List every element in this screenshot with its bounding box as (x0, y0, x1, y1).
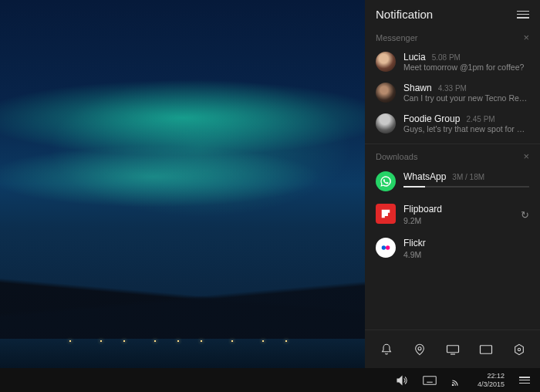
svg-marker-6 (515, 344, 523, 354)
message-time: 4.33 PM (438, 84, 467, 93)
panel-title: Notification (376, 8, 433, 21)
whatsapp-icon (376, 171, 396, 191)
message-body: Lucia 5.08 PM Meet tomorrow @1pm for cof… (403, 52, 524, 72)
location-icon[interactable] (411, 341, 428, 358)
message-preview: Can I try out your new Tecno Remix tab..… (403, 93, 529, 103)
download-name: Flipboard (403, 204, 513, 215)
progress-bar (403, 186, 529, 188)
download-body: Flipboard 9.2M (403, 204, 513, 225)
message-item[interactable]: Foodie Group 2.45 PM Guys, let's try tha… (365, 108, 540, 139)
download-size: 4.9M (403, 250, 529, 259)
message-time: 5.08 PM (432, 53, 461, 62)
panel-header: Notification (365, 0, 540, 27)
desktop-wallpaper[interactable] (0, 0, 365, 368)
download-progress-text: 3M / 18M (452, 173, 484, 181)
progress-fill (403, 186, 425, 188)
section-header-downloads: Downloads × (365, 146, 540, 165)
message-preview: Guys, let's try that new spot for dinner… (403, 124, 529, 133)
svg-point-2 (418, 346, 421, 350)
close-icon[interactable]: × (523, 150, 529, 162)
wallpaper-mountains (0, 223, 365, 346)
keyboard-icon[interactable] (422, 373, 437, 388)
message-body: Shawn 4.33 PM Can I try out your new Tec… (403, 83, 529, 103)
settings-icon[interactable] (511, 341, 528, 358)
wallpaper-water (0, 339, 365, 368)
tablet-icon[interactable] (478, 341, 494, 358)
clock-date: 4/3/2015 (478, 380, 505, 389)
svg-rect-5 (480, 345, 491, 353)
download-size: 9.2M (403, 216, 513, 225)
avatar (376, 113, 396, 133)
download-items: WhatsApp 3M / 18M Flipboard 9.2M ↻ (365, 165, 540, 265)
taskbar-clock[interactable]: 22:12 4/3/2015 (478, 372, 505, 389)
download-body: Flickr 4.9M (403, 238, 529, 259)
message-sender: Foodie Group (403, 113, 460, 124)
avatar (376, 52, 396, 72)
section-header-messenger: Messenger × (365, 27, 540, 46)
flickr-icon (376, 238, 396, 258)
download-name: Flickr (403, 238, 529, 248)
desktop-screen: Notification Messenger × Lucia 5.08 PM M… (0, 0, 540, 392)
message-preview: Meet tomorrow @1pm for coffee? (403, 63, 524, 72)
download-body: WhatsApp 3M / 18M (403, 171, 529, 188)
taskbar: 22:12 4/3/2015 (0, 368, 540, 392)
svg-point-0 (382, 245, 386, 249)
retry-icon[interactable]: ↻ (521, 209, 529, 221)
section-divider (365, 144, 540, 144)
wallpaper-lights (0, 331, 365, 342)
notifications-icon[interactable] (378, 341, 395, 358)
action-row (365, 329, 540, 368)
svg-rect-8 (424, 376, 437, 384)
notification-panel: Notification Messenger × Lucia 5.08 PM M… (365, 0, 540, 368)
download-item[interactable]: Flickr 4.9M (365, 231, 540, 265)
section-label: Downloads (376, 152, 417, 161)
svg-point-1 (386, 245, 390, 249)
flipboard-icon (376, 204, 396, 224)
svg-point-14 (452, 384, 453, 385)
message-time: 2.45 PM (466, 115, 494, 123)
messenger-items: Lucia 5.08 PM Meet tomorrow @1pm for cof… (365, 46, 540, 139)
taskbar-menu-icon[interactable] (517, 373, 532, 388)
message-item[interactable]: Shawn 4.33 PM Can I try out your new Tec… (365, 77, 540, 108)
message-sender: Shawn (403, 83, 432, 93)
avatar (376, 83, 396, 103)
clock-time: 22:12 (487, 372, 505, 380)
display-icon[interactable] (444, 341, 461, 358)
svg-point-7 (518, 348, 520, 350)
message-body: Foodie Group 2.45 PM Guys, let's try tha… (403, 113, 529, 133)
message-item[interactable]: Lucia 5.08 PM Meet tomorrow @1pm for cof… (365, 46, 540, 77)
download-name: WhatsApp (403, 171, 446, 182)
volume-icon[interactable] (394, 373, 410, 388)
close-icon[interactable]: × (523, 32, 529, 43)
message-sender: Lucia (403, 52, 426, 63)
download-item[interactable]: Flipboard 9.2M ↻ (365, 198, 540, 231)
cast-icon[interactable] (450, 373, 465, 388)
panel-menu-icon[interactable] (517, 11, 529, 19)
download-item[interactable]: WhatsApp 3M / 18M (365, 165, 540, 198)
svg-rect-3 (447, 345, 458, 352)
section-label: Messenger (376, 33, 417, 42)
